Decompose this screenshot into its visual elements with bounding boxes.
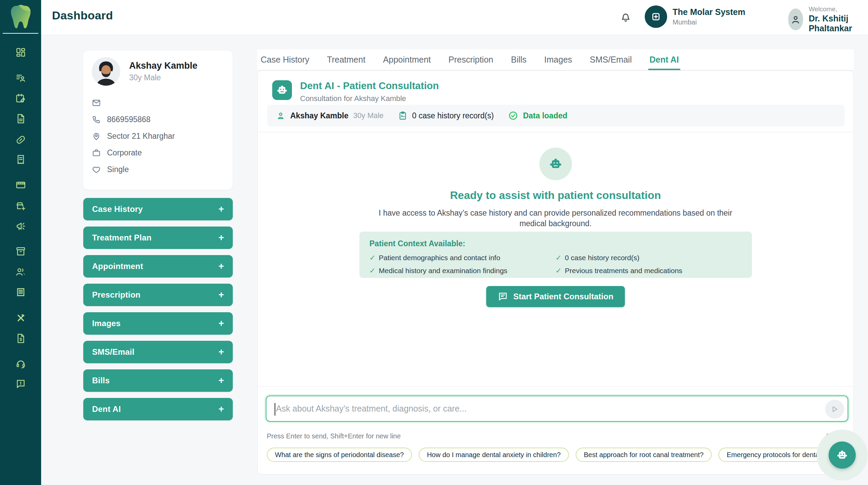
floating-assistant-button[interactable]	[829, 441, 856, 469]
accordion-prescription[interactable]: Prescription+	[83, 284, 233, 306]
accordion-label: Prescription	[92, 290, 140, 300]
start-consultation-button[interactable]: Start Patient Consultation	[486, 286, 625, 307]
accordion-label: SMS/Email	[92, 347, 135, 357]
context-item: ✓Previous treatments and medications	[556, 267, 742, 275]
patient-email-row	[92, 95, 224, 111]
accordion-label: Appointment	[92, 262, 143, 271]
ready-description: I have access to Akshay’s case history a…	[372, 208, 739, 229]
plus-icon: +	[219, 347, 224, 357]
heart-icon	[92, 165, 101, 174]
sidebar: $	[0, 0, 41, 485]
clinic-selector[interactable]: The Molar System Mumbai	[645, 5, 745, 28]
plus-icon: +	[219, 233, 224, 242]
receipt-icon[interactable]	[15, 154, 26, 165]
accordion-sms-email[interactable]: SMS/Email+	[83, 341, 233, 363]
notification-bell-icon[interactable]	[620, 11, 632, 23]
patient-phone: 8669595868	[107, 115, 151, 124]
check-icon: ✓	[369, 254, 376, 262]
tooth-logo[interactable]	[0, 3, 41, 31]
suggestion-chip[interactable]: How do I manage dental anxiety in childr…	[419, 448, 569, 462]
accordion-label: Bills	[92, 376, 110, 385]
robot-icon	[836, 449, 849, 462]
patient-context-bar: Akshay Kamble 30y Male 0 case history re…	[267, 105, 845, 127]
check-icon: ✓	[369, 267, 376, 275]
ready-title: Ready to assist with patient consultatio…	[258, 189, 853, 202]
context-title: Patient Context Available:	[369, 239, 742, 248]
context-item: ✓Medical history and examination finding…	[369, 267, 556, 275]
context-item: ✓0 case history record(s)	[556, 254, 742, 262]
plus-icon: +	[219, 404, 224, 414]
message-icon	[498, 291, 508, 302]
send-button[interactable]	[825, 400, 844, 419]
suggestion-chip[interactable]: What are the signs of periodontal diseas…	[267, 448, 412, 462]
page-title: Dashboard	[52, 9, 113, 22]
robot-circle-icon	[539, 148, 572, 180]
tab-appointment[interactable]: Appointment	[383, 49, 431, 70]
user-menu[interactable]: Welcome, Dr. Kshitij Phaltankar	[788, 5, 868, 33]
plus-icon: +	[219, 262, 224, 271]
tools-icon[interactable]	[15, 313, 26, 323]
accordion-label: Images	[92, 319, 121, 328]
check-icon: ✓	[556, 267, 562, 275]
tab-case-history[interactable]: Case History	[261, 49, 309, 70]
logo-divider	[3, 33, 38, 34]
pill-icon[interactable]	[15, 134, 26, 145]
patient-occupation: Corporate	[107, 148, 142, 157]
film-strip-icon[interactable]	[15, 179, 26, 190]
chat-input[interactable]	[266, 396, 848, 421]
patient-age-gender: 30y Male	[129, 73, 197, 82]
plus-icon: +	[219, 319, 224, 328]
clipboard-plus-icon	[398, 111, 407, 120]
mail-icon	[92, 98, 101, 107]
svg-text:$: $	[20, 337, 22, 342]
tab-prescription[interactable]: Prescription	[448, 49, 493, 70]
clinic-name: The Molar System	[673, 7, 745, 17]
person-icon	[276, 111, 285, 120]
bar-patient-name: Akshay Kamble	[290, 111, 348, 120]
ready-section: Ready to assist with patient consultatio…	[258, 132, 853, 386]
chat-alert-icon[interactable]	[15, 379, 26, 389]
suggestion-chips: What are the signs of periodontal diseas…	[267, 448, 852, 462]
patient-phone-row: 8669595868	[92, 111, 224, 128]
accordion-treatment-plan[interactable]: Treatment Plan+	[83, 227, 233, 249]
location-pin-icon	[92, 132, 101, 141]
tab-images[interactable]: Images	[544, 49, 572, 70]
send-icon	[830, 404, 840, 414]
accordion-appointment[interactable]: Appointment+	[83, 255, 233, 278]
robot-badge-icon	[272, 80, 292, 100]
megaphone-icon[interactable]	[15, 221, 26, 232]
archive-box-icon[interactable]	[15, 246, 26, 257]
context-item: ✓Patient demographics and contact info	[369, 254, 556, 262]
invoice-lines-icon[interactable]	[15, 287, 26, 298]
tab-treatment[interactable]: Treatment	[327, 49, 365, 70]
patient-list-icon[interactable]	[15, 72, 26, 83]
patient-context-box: Patient Context Available: ✓Patient demo…	[359, 232, 752, 278]
accordion-bills[interactable]: Bills+	[83, 369, 233, 392]
document-icon[interactable]	[15, 113, 26, 124]
check-circle-icon	[508, 111, 518, 121]
briefcase-icon	[92, 148, 101, 157]
clinic-badge-icon	[645, 5, 667, 28]
headset-icon[interactable]	[15, 358, 26, 369]
tab-sms-email[interactable]: SMS/Email	[590, 49, 632, 70]
dashboard-grid-icon[interactable]	[15, 47, 26, 58]
dollar-file-icon[interactable]: $	[15, 333, 26, 344]
patient-occupation-row: Corporate	[92, 145, 224, 161]
accordion-dent-ai[interactable]: Dent AI+	[83, 398, 233, 420]
plus-icon: +	[219, 204, 224, 214]
store-add-icon[interactable]	[15, 201, 26, 212]
patient-photo	[92, 57, 120, 86]
calendar-edit-icon[interactable]	[15, 93, 26, 104]
clinic-location: Mumbai	[673, 18, 745, 26]
users-icon[interactable]	[15, 266, 26, 277]
start-consultation-label: Start Patient Consultation	[513, 292, 613, 301]
accordion-case-history[interactable]: Case History+	[83, 198, 233, 220]
bar-records: 0 case history record(s)	[412, 111, 494, 120]
tab-dent-ai[interactable]: Dent AI	[649, 49, 679, 70]
doctor-name: Dr. Kshitij Phaltankar	[809, 14, 868, 33]
accordion-label: Treatment Plan	[92, 233, 152, 242]
accordion-images[interactable]: Images+	[83, 312, 233, 335]
suggestion-chip[interactable]: Best approach for root canal treatment?	[576, 448, 712, 462]
plus-icon: +	[219, 376, 224, 385]
tab-bills[interactable]: Bills	[511, 49, 526, 70]
